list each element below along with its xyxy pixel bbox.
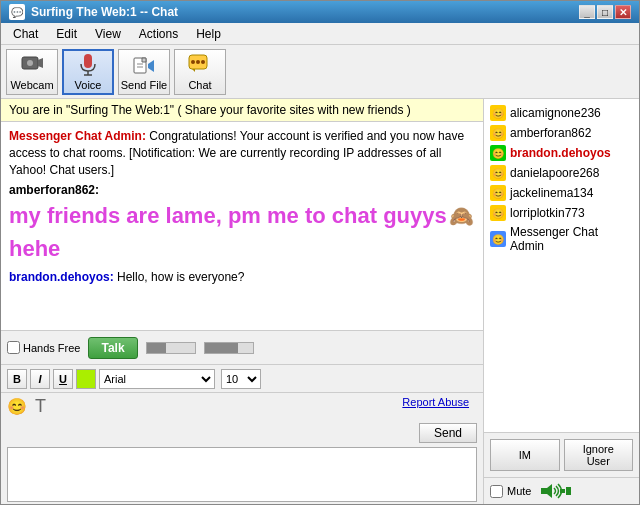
webcam-label: Webcam (10, 79, 53, 91)
svg-marker-15 (541, 484, 552, 498)
voice-label: Voice (75, 79, 102, 91)
user1-sender: amberforan862: (9, 182, 99, 199)
chat-area: You are in "Surfing The Web:1" ( Share y… (1, 99, 484, 504)
sidebar: 😊 alicamignone236 😊 amberforan862 😊 bran… (484, 99, 639, 504)
hands-free-checkbox[interactable] (7, 341, 20, 354)
underline-button[interactable]: U (53, 369, 73, 389)
text-cursor: T (35, 396, 46, 417)
minimize-button[interactable]: _ (579, 5, 595, 19)
admin-sender: Messenger Chat Admin: (9, 129, 146, 143)
title-bar-left: 💬 Surfing The Web:1 -- Chat (9, 4, 178, 20)
user-avatar-danielapoore: 😊 (490, 165, 506, 181)
send-button[interactable]: Send (419, 423, 477, 443)
chat-messages: Messenger Chat Admin: Congratulations! Y… (1, 122, 483, 330)
menu-edit[interactable]: Edit (48, 25, 85, 43)
output-volume-fill (205, 343, 239, 353)
report-abuse-link[interactable]: Report Abuse (402, 396, 469, 408)
svg-rect-3 (84, 54, 92, 68)
message-user1: amberforan862: my friends are lame, pm m… (9, 182, 475, 264)
hands-free-label: Hands Free (23, 342, 80, 354)
user-item-alicamignone236[interactable]: 😊 alicamignone236 (488, 103, 635, 123)
chat-room-info: You are in "Surfing The Web:1" ( Share y… (1, 99, 483, 122)
send-file-label: Send File (121, 79, 167, 91)
user-avatar-alicamignone236: 😊 (490, 105, 506, 121)
svg-marker-14 (192, 69, 195, 72)
font-color-button[interactable] (76, 369, 96, 389)
input-volume-fill (147, 343, 166, 353)
chat-button[interactable]: Chat (174, 49, 226, 95)
user-item-lorriplotkin[interactable]: 😊 lorriplotkin773 (488, 203, 635, 223)
user1-text2: hehe (9, 234, 60, 265)
user2-text: Hello, how is everyone? (117, 270, 244, 284)
hands-free-container: Hands Free (7, 341, 80, 354)
svg-point-13 (201, 60, 205, 64)
input-volume-slider[interactable] (146, 342, 196, 354)
talk-button[interactable]: Talk (88, 337, 137, 359)
user-item-amberforan862[interactable]: 😊 amberforan862 (488, 123, 635, 143)
voice-controls-row: Hands Free Talk (1, 331, 483, 365)
voice-button[interactable]: Voice (62, 49, 114, 95)
svg-point-12 (196, 60, 200, 64)
user-item-messenger-admin[interactable]: 😊 Messenger Chat Admin (488, 223, 635, 255)
output-volume-slider[interactable] (204, 342, 254, 354)
username-jackelinema: jackelinema134 (510, 186, 593, 200)
chat-label: Chat (188, 79, 211, 91)
menu-chat[interactable]: Chat (5, 25, 46, 43)
user-avatar-lorriplotkin: 😊 (490, 205, 506, 221)
svg-point-1 (27, 60, 33, 66)
user-avatar-messenger-admin: 😊 (490, 231, 506, 247)
send-file-button[interactable]: Send File (118, 49, 170, 95)
user-item-jackelinema[interactable]: 😊 jackelinema134 (488, 183, 635, 203)
message-admin: Messenger Chat Admin: Congratulations! Y… (9, 128, 475, 178)
username-danielapoore: danielapoore268 (510, 166, 599, 180)
user-avatar-jackelinema: 😊 (490, 185, 506, 201)
bold-button[interactable]: B (7, 369, 27, 389)
font-size-select[interactable]: 8910 111214 (221, 369, 261, 389)
input-row: 😊 T Report Abuse (1, 393, 483, 421)
user-item-danielapoore[interactable]: 😊 danielapoore268 (488, 163, 635, 183)
maximize-button[interactable]: □ (597, 5, 613, 19)
username-brandon: brandon.dehoyos (510, 146, 611, 160)
font-family-select[interactable]: Arial Times New Roman Courier New Verdan… (99, 369, 215, 389)
mute-checkbox[interactable] (490, 485, 503, 498)
close-button[interactable]: ✕ (615, 5, 631, 19)
username-messenger-admin: Messenger Chat Admin (510, 225, 633, 253)
chat-controls: Hands Free Talk B I U (1, 330, 483, 504)
mute-row: Mute (484, 478, 639, 504)
username-alicamignone236: alicamignone236 (510, 106, 601, 120)
toolbar: Webcam Voice (1, 45, 639, 99)
sidebar-controls: IM Ignore User (484, 433, 639, 478)
user-avatar-brandon: 😊 (490, 145, 506, 161)
mute-label: Mute (507, 485, 531, 497)
webcam-icon (20, 53, 44, 77)
window-title: Surfing The Web:1 -- Chat (31, 5, 178, 19)
message-input-area[interactable] (7, 447, 477, 502)
emoji-button[interactable]: 😊 (7, 396, 27, 416)
title-bar-controls: _ □ ✕ (579, 5, 631, 19)
message-user2: brandon.dehoyos: Hello, how is everyone? (9, 269, 475, 286)
user-list: 😊 alicamignone236 😊 amberforan862 😊 bran… (484, 99, 639, 433)
svg-point-11 (191, 60, 195, 64)
voice-icon (76, 53, 100, 77)
main-area: You are in "Surfing The Web:1" ( Share y… (1, 99, 639, 504)
italic-button[interactable]: I (30, 369, 50, 389)
svg-rect-17 (566, 487, 571, 495)
webcam-button[interactable]: Webcam (6, 49, 58, 95)
user2-sender: brandon.dehoyos: (9, 270, 114, 284)
chat-icon (188, 53, 212, 77)
ignore-user-button[interactable]: Ignore User (564, 439, 634, 471)
user-item-brandon[interactable]: 😊 brandon.dehoyos (488, 143, 635, 163)
menu-help[interactable]: Help (188, 25, 229, 43)
title-bar: 💬 Surfing The Web:1 -- Chat _ □ ✕ (1, 1, 639, 23)
username-amberforan862: amberforan862 (510, 126, 591, 140)
menu-actions[interactable]: Actions (131, 25, 186, 43)
format-toolbar: B I U Arial Times New Roman Courier New … (1, 365, 483, 393)
menu-view[interactable]: View (87, 25, 129, 43)
user-avatar-amberforan862: 😊 (490, 125, 506, 141)
user1-text: my friends are lame, pm me to chat guyys (9, 201, 447, 232)
app-icon: 💬 (9, 4, 25, 20)
speaker-icon (539, 482, 575, 500)
im-button[interactable]: IM (490, 439, 560, 471)
svg-rect-16 (560, 489, 565, 493)
send-file-icon (132, 53, 156, 77)
